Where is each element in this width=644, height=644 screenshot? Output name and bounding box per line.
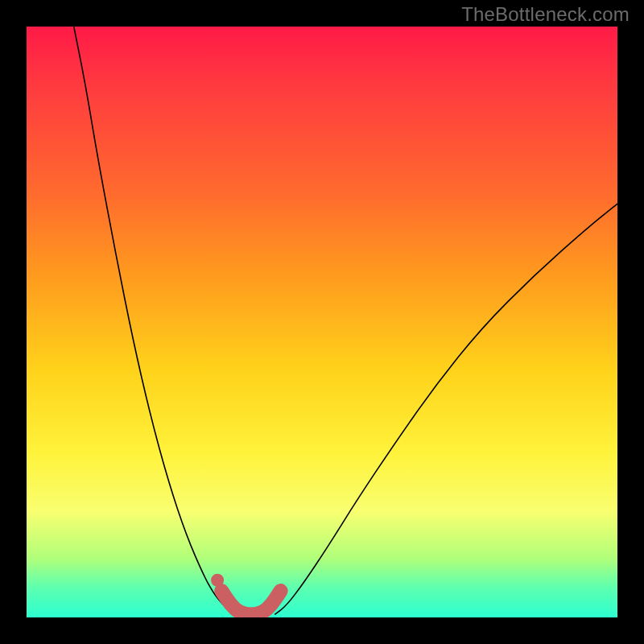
left-curve	[74, 27, 237, 614]
trough-start-dot	[211, 574, 224, 587]
watermark-text: TheBottleneck.com	[461, 3, 630, 26]
chart-frame: TheBottleneck.com	[0, 0, 644, 644]
curve-layer	[27, 27, 617, 617]
trough-highlight	[221, 591, 280, 614]
right-curve	[275, 204, 617, 614]
plot-area	[27, 27, 617, 617]
